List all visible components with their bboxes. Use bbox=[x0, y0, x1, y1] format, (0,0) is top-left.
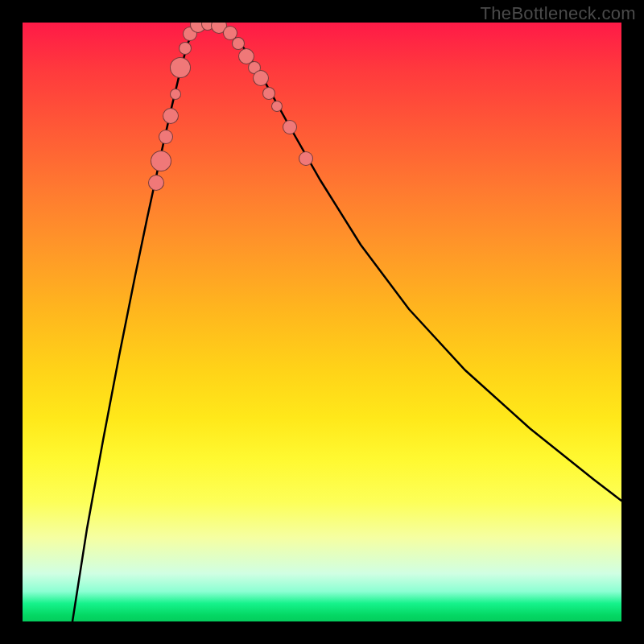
bottleneck-curve-path bbox=[72, 23, 621, 621]
data-point bbox=[299, 151, 313, 166]
data-point bbox=[283, 120, 297, 134]
watermark-text: TheBottleneck.com bbox=[481, 3, 636, 24]
data-point bbox=[151, 151, 171, 171]
plot-area bbox=[23, 23, 621, 621]
data-point bbox=[159, 130, 173, 144]
data-point bbox=[148, 175, 164, 191]
data-point bbox=[179, 42, 192, 55]
curve-svg bbox=[23, 23, 621, 621]
data-point bbox=[232, 37, 245, 50]
data-point bbox=[253, 70, 269, 86]
chart-frame: TheBottleneck.com bbox=[0, 0, 644, 644]
data-point bbox=[170, 57, 191, 78]
data-point bbox=[271, 101, 283, 112]
data-point bbox=[163, 108, 179, 124]
data-point bbox=[262, 87, 275, 100]
data-point bbox=[170, 89, 181, 100]
